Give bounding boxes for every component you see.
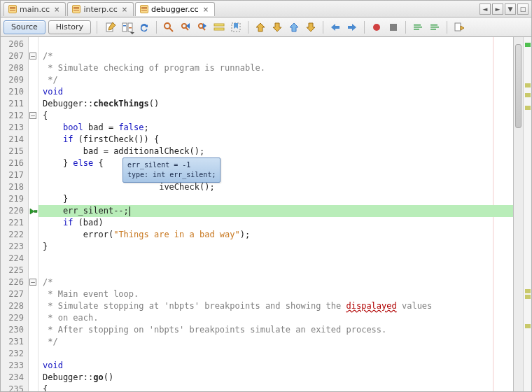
tabs-prev-button[interactable]: ◄ — [479, 4, 491, 15]
code-line[interactable]: } — [38, 193, 513, 205]
tabs-list-button[interactable]: ▼ — [505, 4, 516, 15]
line-number: 232 — [1, 348, 28, 360]
scrollbar-vertical[interactable] — [513, 37, 523, 391]
code-line[interactable] — [38, 348, 513, 360]
code-area[interactable]: /* * Simulate checking of program is run… — [38, 37, 513, 391]
separator — [447, 21, 447, 34]
code-line[interactable] — [38, 169, 513, 181]
code-line[interactable]: } else { — [38, 158, 513, 169]
tab-debugger-cc[interactable]: debugger.cc × — [135, 2, 215, 16]
tabs-next-button[interactable]: ► — [492, 4, 503, 15]
comment-icon[interactable] — [410, 20, 426, 35]
code-line[interactable]: void — [38, 86, 513, 98]
file-icon — [140, 5, 148, 13]
no-errors-marker[interactable] — [525, 43, 531, 47]
code-line[interactable]: bool bad = false; — [38, 122, 513, 134]
code-line[interactable] — [38, 265, 513, 276]
source-view-button[interactable]: Source — [4, 20, 46, 34]
macro-record-icon[interactable] — [369, 20, 384, 35]
code-line[interactable]: * Main event loop. — [38, 288, 513, 300]
toggle-highlight-icon[interactable] — [211, 20, 227, 35]
code-line[interactable]: */ — [38, 74, 513, 86]
code-line[interactable]: Debugger::go() — [38, 372, 513, 384]
code-line[interactable]: * After stopping on 'nbpts' breakpoints … — [38, 324, 513, 336]
find-prev-icon[interactable] — [178, 20, 193, 35]
fold-toggle[interactable]: − — [29, 279, 36, 286]
code-line[interactable] — [38, 253, 513, 265]
code-line[interactable]: /* — [38, 276, 513, 288]
line-number-gutter: 2062072082092102112122132142152162172182… — [1, 37, 29, 391]
code-line[interactable]: */ — [38, 336, 513, 348]
warning-marker[interactable] — [525, 295, 531, 299]
next-error-icon[interactable] — [303, 20, 318, 35]
go-to-icon[interactable] — [451, 20, 467, 35]
shift-right-icon[interactable] — [344, 20, 360, 35]
svg-rect-14 — [214, 28, 224, 30]
svg-rect-25 — [390, 24, 397, 31]
svg-rect-27 — [414, 27, 422, 28]
close-icon[interactable]: × — [120, 6, 129, 13]
line-number: 228 — [1, 300, 28, 312]
next-bookmark-icon[interactable] — [270, 20, 285, 35]
code-line[interactable]: * Simulate stopping at 'nbpts' breakpoin… — [38, 300, 513, 312]
line-number: 233 — [1, 360, 28, 372]
code-line-current[interactable]: err_silent--; — [38, 205, 513, 217]
code-line[interactable]: * Simulate checking of program is runnab… — [38, 62, 513, 74]
code-line[interactable]: iveCheck(); — [38, 181, 513, 193]
code-line[interactable]: { — [38, 384, 513, 391]
code-line[interactable]: Debugger::checkThings() — [38, 98, 513, 110]
svg-rect-35 — [34, 210, 37, 212]
uncomment-icon[interactable] — [427, 20, 442, 35]
svg-marker-12 — [203, 23, 206, 29]
code-line[interactable]: { — [38, 110, 513, 122]
history-view-button[interactable]: History — [48, 20, 91, 34]
svg-marker-20 — [331, 24, 335, 31]
code-line[interactable]: error("Things are in a bad way"); — [38, 229, 513, 241]
fold-toggle[interactable]: − — [29, 112, 36, 119]
close-icon[interactable]: × — [202, 6, 210, 13]
code-line[interactable]: if (bad) — [38, 217, 513, 229]
line-number: 234 — [1, 372, 28, 384]
separator — [364, 21, 365, 34]
scrollbar-thumb[interactable] — [515, 44, 522, 128]
line-number: 230 — [1, 324, 28, 336]
tabs-nav-controls: ◄ ► ▼ □ — [478, 4, 528, 15]
find-next-icon[interactable] — [195, 20, 210, 35]
diff-icon[interactable] — [120, 20, 135, 35]
code-line[interactable]: * on each. — [38, 312, 513, 324]
code-line[interactable]: if (firstCheck()) { — [38, 134, 513, 146]
macro-stop-icon[interactable] — [386, 20, 401, 35]
prev-bookmark-icon[interactable] — [253, 20, 268, 35]
tab-main-cc[interactable]: main.cc × — [4, 2, 66, 16]
last-edit-icon[interactable] — [103, 20, 118, 35]
editor: 2062072082092102112122132142152162172182… — [1, 37, 531, 391]
prev-error-icon[interactable] — [286, 20, 302, 35]
warning-marker[interactable] — [525, 83, 531, 88]
refresh-icon[interactable] — [136, 20, 152, 35]
close-icon[interactable]: × — [52, 6, 61, 13]
code-line[interactable]: bad = additionalCheck(); — [38, 146, 513, 158]
warning-marker[interactable] — [525, 324, 531, 328]
code-line[interactable]: /* — [38, 50, 513, 62]
svg-point-24 — [373, 24, 380, 31]
warning-marker[interactable] — [525, 106, 531, 110]
code-line[interactable]: void — [38, 360, 513, 372]
svg-line-8 — [186, 27, 188, 30]
code-line[interactable] — [38, 38, 513, 50]
debug-value-tooltip: err_silent = -1 type: int err_silent; — [122, 158, 220, 183]
code-line[interactable]: } — [38, 241, 513, 253]
warning-marker[interactable] — [525, 93, 531, 97]
tab-interp-cc[interactable]: interp.cc × — [67, 2, 134, 16]
maximize-button[interactable]: □ — [517, 4, 528, 15]
line-number: 207 — [1, 50, 28, 62]
svg-marker-17 — [273, 23, 281, 31]
shift-left-icon[interactable] — [328, 20, 343, 35]
warning-marker[interactable] — [525, 289, 531, 293]
fold-toggle[interactable]: − — [29, 52, 36, 59]
find-selection-icon[interactable] — [161, 20, 176, 35]
separator — [156, 21, 157, 34]
line-number: 206 — [1, 38, 28, 50]
svg-point-10 — [199, 23, 203, 27]
svg-rect-29 — [430, 24, 438, 26]
bookmark-toggle-icon[interactable] — [228, 20, 244, 35]
